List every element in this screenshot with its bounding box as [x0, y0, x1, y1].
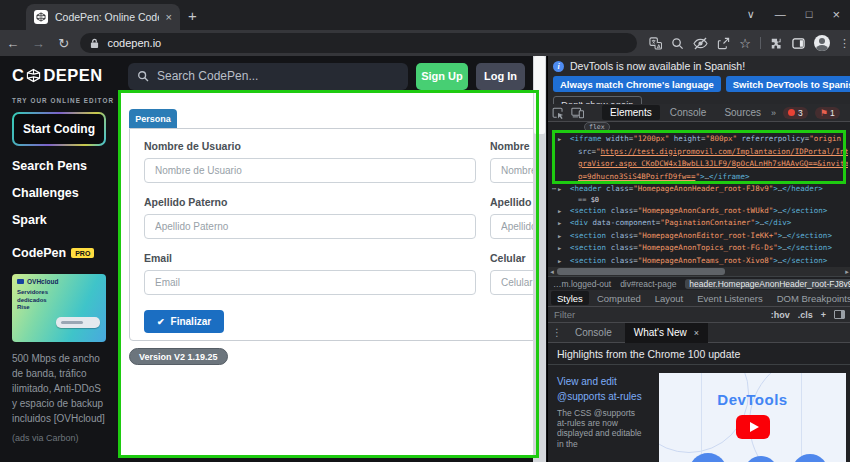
window-maximize-button[interactable]: □: [806, 8, 813, 20]
tree-line[interactable]: ▶<div data-component="PaginationContaine…: [552, 217, 848, 230]
forward-button[interactable]: →: [25, 36, 50, 51]
code-token: </header>: [782, 184, 823, 193]
eye-off-icon[interactable]: [693, 37, 708, 50]
tree-line[interactable]: ▶<section class="HomepageAnonTeams_root-…: [552, 255, 848, 268]
zoom-icon[interactable]: [671, 37, 684, 50]
page-scrollbar[interactable]: [533, 56, 546, 462]
tab-sources[interactable]: Sources: [716, 105, 769, 120]
flex-badge[interactable]: flex: [584, 122, 610, 132]
toggle-hover-button[interactable]: :hov: [771, 310, 790, 320]
more-tabs-icon[interactable]: »: [771, 108, 776, 118]
start-coding-button[interactable]: Start Coding: [12, 112, 106, 146]
tree-line[interactable]: ▶<section class="HomepageAnonEditor_root…: [552, 230, 848, 243]
toggle-sidebar-icon[interactable]: [834, 310, 845, 319]
nombre-input[interactable]: [490, 158, 537, 183]
new-style-rule-button[interactable]: +: [821, 310, 826, 320]
expand-arrow-icon[interactable]: ▶: [558, 133, 561, 146]
tree-line[interactable]: ▶<section class="HomepageAnonTopics_root…: [552, 242, 848, 255]
breadcrumb-item[interactable]: div#react-page: [620, 279, 676, 289]
tab-dom-breakpoints[interactable]: DOM Breakpoints: [771, 291, 850, 305]
finalizar-button[interactable]: ✔ Finalizar: [144, 310, 224, 333]
video-thumbnail[interactable]: DevTools: [659, 373, 846, 462]
window-minimize-button[interactable]: —: [775, 8, 786, 20]
email-input[interactable]: [144, 270, 476, 295]
tab-styles[interactable]: Styles: [551, 291, 589, 305]
side-panel-icon[interactable]: [792, 37, 805, 50]
youtube-play-icon[interactable]: [736, 415, 770, 439]
apellido-paterno-input[interactable]: [144, 214, 476, 239]
ad-body-text[interactable]: 500 Mbps de ancho de banda, tráfico ilim…: [0, 342, 118, 426]
tab-close-icon[interactable]: ×: [166, 12, 172, 23]
browser-menu-icon[interactable]: ⋮: [839, 37, 850, 50]
page-scrollbar-thumb[interactable]: [534, 56, 545, 134]
sidebar-item-search-pens[interactable]: Search Pens: [0, 146, 118, 173]
tree-line[interactable]: ▶<iframe width="1200px" height="800px" r…: [552, 133, 848, 146]
device-toolbar-icon[interactable]: [571, 107, 584, 119]
tree-line[interactable]: ▶graVisor.aspx_CKoDCW4x1BwbLL3JLF9/8pOcA…: [552, 158, 848, 171]
close-tab-icon[interactable]: ×: [694, 328, 699, 338]
ad-via-carbon[interactable]: (ads via Carbon): [0, 426, 118, 443]
match-language-button[interactable]: Always match Chrome's language: [553, 76, 721, 92]
tab-event-listeners[interactable]: Event Listeners: [691, 291, 768, 305]
issues-count-badge[interactable]: ⚑ 1: [815, 107, 840, 119]
tab-elements[interactable]: Elements: [602, 105, 660, 120]
scrollbar-thumb[interactable]: [557, 268, 725, 275]
search-input[interactable]: [157, 69, 377, 83]
tab-console[interactable]: Console: [662, 105, 715, 120]
celular-input[interactable]: [490, 270, 537, 295]
expand-arrow-icon[interactable]: ▶: [558, 230, 561, 243]
toggle-class-button[interactable]: .cls: [798, 310, 813, 320]
sidebar-item-codepen-pro[interactable]: CodePen PRO: [0, 227, 118, 260]
switch-to-spanish-button[interactable]: Switch DevTools to Spanish: [726, 76, 850, 92]
ad-image[interactable]: OVHcloud Servidores dedicados Rise: [12, 274, 106, 342]
codepen-logo[interactable]: C DEPEN: [0, 56, 118, 85]
breadcrumb-item-selected[interactable]: header.HomepageAnonHeader_root-FJ8v9: [685, 279, 850, 289]
tree-line[interactable]: ▶== $0: [552, 196, 848, 205]
share-icon[interactable]: [717, 37, 730, 50]
tab-persona[interactable]: Persona: [129, 109, 177, 128]
apellido-materno-input[interactable]: [490, 214, 537, 239]
profile-avatar[interactable]: [814, 35, 830, 51]
tab-layout[interactable]: Layout: [649, 291, 690, 305]
sign-up-button[interactable]: Sign Up: [416, 63, 468, 90]
back-button[interactable]: ←: [0, 36, 25, 51]
field-celular: Celular: [490, 252, 537, 295]
scroll-right-icon[interactable]: ▸: [843, 268, 850, 276]
error-count-badge[interactable]: 3: [783, 107, 808, 119]
expand-arrow-icon[interactable]: ▶: [558, 205, 561, 218]
tab-computed[interactable]: Computed: [591, 291, 647, 305]
log-in-button[interactable]: Log In: [476, 63, 525, 90]
drawer-tab-whats-new[interactable]: What's New ×: [625, 323, 708, 343]
sidebar-item-spark[interactable]: Spark: [0, 200, 118, 227]
tree-line[interactable]: ▶<section class="HomepageAnonCards_root-…: [552, 205, 848, 218]
expand-arrow-icon[interactable]: ▶: [558, 242, 561, 255]
gutter-dots-icon[interactable]: ⋯: [552, 183, 555, 196]
bookmark-star-icon[interactable]: ☆: [739, 36, 751, 51]
filter-input[interactable]: Filter: [554, 309, 771, 320]
search-box[interactable]: [128, 63, 408, 90]
address-bar[interactable]: codepen.io: [80, 33, 637, 53]
drawer-tab-console[interactable]: Console: [566, 324, 621, 341]
breadcrumb-item[interactable]: …m.logged-out: [553, 279, 611, 289]
tree-line[interactable]: ▶src="https://test.digipromovil.com/Impl…: [552, 146, 848, 159]
tree-line[interactable]: ▶o=9dhucno3SiS4BPoirfD9fw==">…</iframe>: [552, 171, 848, 184]
browser-tab[interactable]: CodePen: Online Code Editor and ×: [26, 4, 180, 30]
nombre-de-usuario-input[interactable]: [144, 158, 476, 183]
expand-arrow-icon[interactable]: ▶: [558, 183, 561, 196]
sidebar-item-challenges[interactable]: Challenges: [0, 173, 118, 200]
tree-line[interactable]: ⋯▶<header class="HomepageAnonHeader_root…: [552, 183, 848, 196]
article-link[interactable]: View and edit @supports at-rules: [557, 374, 649, 404]
scroll-left-icon[interactable]: ◂: [548, 268, 556, 276]
tree-horizontal-scrollbar[interactable]: ◂ ▸: [548, 267, 850, 276]
expand-arrow-icon[interactable]: ▶: [558, 217, 561, 230]
new-tab-button[interactable]: +: [188, 7, 197, 24]
translate-icon[interactable]: [649, 37, 662, 50]
expand-arrow-icon[interactable]: ▶: [558, 255, 561, 268]
elements-tree: flex ▶<iframe width="1200px" height="800…: [548, 122, 848, 267]
tab-search-icon[interactable]: ∨: [747, 8, 755, 21]
inspect-element-icon[interactable]: [552, 107, 564, 119]
window-close-button[interactable]: ×: [832, 7, 840, 22]
extensions-puzzle-icon[interactable]: [770, 37, 783, 50]
drawer-menu-icon[interactable]: ⋮: [552, 327, 562, 338]
reload-button[interactable]: ↻: [51, 36, 76, 51]
